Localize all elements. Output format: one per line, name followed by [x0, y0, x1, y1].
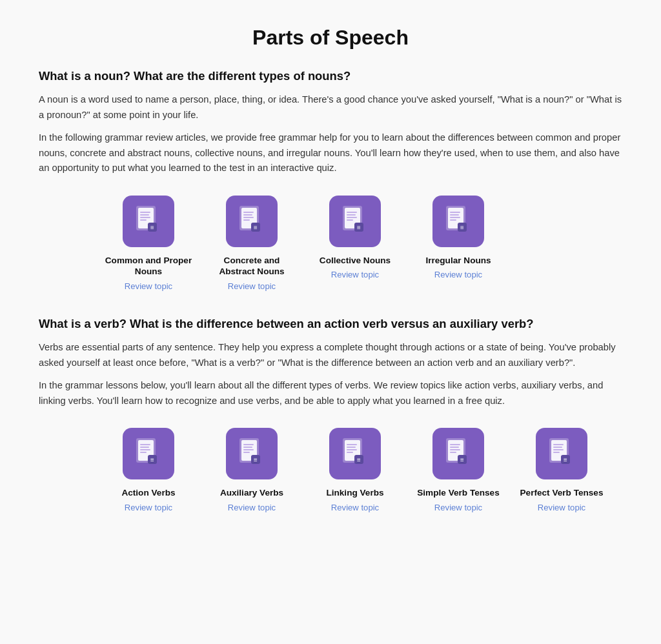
section-paragraph-nouns-1: In the following grammar review articles…: [39, 130, 622, 176]
svg-rect-20: [347, 217, 357, 218]
svg-rect-52: [347, 449, 357, 450]
review-topic-link[interactable]: Review topic: [331, 270, 379, 279]
svg-text:≡: ≡: [460, 224, 464, 231]
svg-rect-37: [140, 452, 147, 453]
svg-text:≡: ≡: [150, 456, 154, 463]
topic-card: ≡ Irregular NounsReview topic: [413, 196, 503, 291]
topic-card: ≡ Auxiliary VerbsReview topic: [207, 428, 297, 512]
svg-rect-18: [347, 212, 357, 213]
topic-icon: ≡: [432, 196, 484, 247]
svg-rect-34: [140, 444, 150, 445]
topic-card: ≡ Concrete and Abstract NounsReview topi…: [207, 196, 297, 291]
topic-name: Auxiliary Verbs: [220, 487, 283, 499]
topic-name: Linking Verbs: [326, 487, 383, 499]
topic-icon: ≡: [226, 428, 278, 479]
svg-rect-36: [140, 449, 150, 450]
topic-name: Irregular Nouns: [425, 255, 491, 267]
svg-rect-19: [347, 214, 356, 216]
section-paragraph-verbs-0: Verbs are essential parts of any sentenc…: [39, 340, 622, 370]
section-paragraph-verbs-1: In the grammar lessons below, you'll lea…: [39, 378, 622, 408]
section-paragraph-nouns-0: A noun is a word used to name a person, …: [39, 92, 622, 123]
svg-rect-27: [450, 214, 459, 216]
svg-rect-4: [140, 217, 150, 218]
topic-icon: ≡: [123, 428, 174, 479]
svg-rect-11: [243, 214, 252, 216]
topic-icon: ≡: [536, 428, 587, 479]
svg-rect-28: [450, 217, 460, 218]
svg-rect-45: [243, 452, 250, 453]
topic-icon: ≡: [226, 196, 278, 247]
topic-card: ≡ Collective NounsReview topic: [310, 196, 400, 291]
topic-grid-verbs: ≡ Action VerbsReview topic ≡ Auxiliary V…: [39, 428, 622, 512]
topic-name: Simple Verb Tenses: [417, 487, 499, 499]
page-title: Parts of Speech: [39, 26, 622, 50]
svg-rect-51: [347, 447, 356, 448]
svg-text:≡: ≡: [254, 456, 258, 463]
svg-rect-50: [347, 444, 357, 445]
review-topic-link[interactable]: Review topic: [434, 270, 482, 279]
svg-rect-43: [243, 447, 252, 448]
svg-rect-12: [243, 217, 254, 218]
svg-rect-53: [347, 452, 353, 453]
svg-rect-59: [450, 447, 459, 448]
review-topic-link[interactable]: Review topic: [434, 503, 482, 512]
topic-card: ≡ Action VerbsReview topic: [103, 428, 194, 512]
topic-icon: ≡: [123, 196, 174, 247]
topic-card: ≡ Perfect Verb TensesReview topic: [516, 428, 607, 512]
review-topic-link[interactable]: Review topic: [331, 503, 379, 512]
svg-text:≡: ≡: [254, 224, 258, 231]
topic-name: Action Verbs: [121, 487, 175, 499]
topic-card: ≡ Linking VerbsReview topic: [310, 428, 400, 512]
svg-text:≡: ≡: [564, 456, 567, 463]
review-topic-link[interactable]: Review topic: [125, 281, 172, 291]
svg-text:≡: ≡: [150, 224, 154, 231]
topic-card: ≡ Simple Verb TensesReview topic: [413, 428, 503, 512]
svg-rect-44: [243, 449, 254, 450]
review-topic-link[interactable]: Review topic: [228, 503, 276, 512]
topic-name: Common and Proper Nouns: [103, 255, 194, 277]
svg-rect-3: [140, 214, 149, 216]
svg-rect-60: [450, 449, 460, 450]
svg-rect-66: [553, 444, 564, 445]
topic-name: Collective Nouns: [320, 255, 391, 267]
svg-rect-58: [450, 444, 460, 445]
svg-text:≡: ≡: [460, 456, 464, 463]
svg-rect-69: [553, 452, 560, 453]
topic-icon: ≡: [329, 196, 381, 247]
svg-rect-61: [450, 452, 456, 453]
svg-rect-42: [243, 444, 254, 445]
svg-rect-35: [140, 447, 149, 448]
topic-name: Perfect Verb Tenses: [520, 487, 604, 499]
svg-rect-10: [243, 212, 254, 213]
section-heading-verbs: What is a verb? What is the difference b…: [39, 317, 622, 331]
topic-card: ≡ Common and Proper NounsReview topic: [103, 196, 194, 291]
review-topic-link[interactable]: Review topic: [125, 503, 172, 512]
topic-name: Concrete and Abstract Nouns: [207, 255, 297, 277]
svg-rect-13: [243, 219, 250, 221]
topic-icon: ≡: [432, 428, 484, 479]
svg-text:≡: ≡: [357, 224, 361, 231]
svg-rect-5: [140, 219, 147, 221]
topic-grid-nouns: ≡ Common and Proper NounsReview topic ≡ …: [39, 196, 622, 291]
svg-rect-21: [347, 219, 353, 221]
svg-text:≡: ≡: [357, 456, 361, 463]
review-topic-link[interactable]: Review topic: [228, 281, 276, 291]
svg-rect-2: [140, 212, 150, 213]
topic-icon: ≡: [329, 428, 381, 479]
section-heading-nouns: What is a noun? What are the different t…: [39, 69, 622, 83]
svg-rect-26: [450, 212, 460, 213]
svg-rect-68: [553, 449, 564, 450]
svg-rect-67: [553, 447, 562, 448]
review-topic-link[interactable]: Review topic: [538, 503, 585, 512]
svg-rect-29: [450, 219, 456, 221]
